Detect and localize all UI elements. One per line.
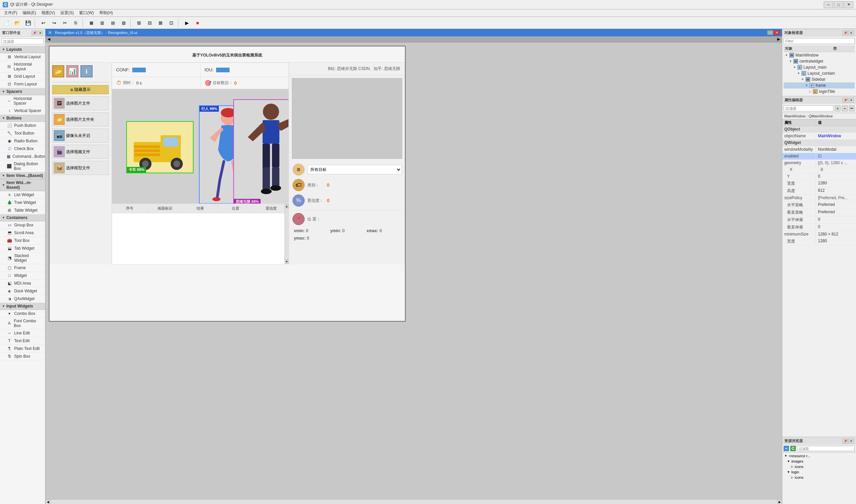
target-dropdown[interactable]: 所有目标 bbox=[307, 165, 402, 174]
toolbar-new[interactable]: 📄 bbox=[1, 18, 12, 28]
toolbar-align4[interactable]: ⊡ bbox=[166, 18, 176, 28]
category-input-widgets[interactable]: ▼ Input Widgets bbox=[0, 303, 45, 310]
oi-frame[interactable]: ▼ F frame bbox=[784, 83, 855, 89]
toolbar-undo[interactable]: ↩ bbox=[38, 18, 49, 28]
widget-widget[interactable]: □ Widget bbox=[0, 272, 45, 280]
rb-pin-btn[interactable]: 📌 bbox=[842, 439, 848, 444]
pe-close-btn[interactable]: ✕ bbox=[849, 98, 854, 103]
widget-tree-widget[interactable]: 🌲 Tree Widget bbox=[0, 199, 45, 206]
widget-table-widget[interactable]: ⊞ Table Widget bbox=[0, 206, 45, 214]
category-buttons[interactable]: ▼ Buttons bbox=[0, 115, 45, 122]
widget-text-edit[interactable]: T Text Edit bbox=[0, 337, 45, 345]
select-video-button[interactable]: 🎬 选择视频文件 bbox=[52, 145, 109, 159]
sub-window-minimize[interactable]: ─ bbox=[767, 30, 773, 35]
oi-logintitle[interactable]: ▷ L loginTitle bbox=[784, 89, 855, 94]
pe-row-height[interactable]: 高度 812 bbox=[782, 187, 856, 195]
widget-font-combo-box[interactable]: A Font Combo Box bbox=[0, 318, 45, 329]
widget-mdi-area[interactable]: ⬕ MDI Area bbox=[0, 280, 45, 287]
oi-filter-input[interactable] bbox=[784, 38, 855, 44]
toolbar-layout3[interactable]: ▤ bbox=[108, 18, 118, 28]
menu-settings[interactable]: 设置(S) bbox=[57, 10, 76, 17]
pe-row-y[interactable]: Y 0 bbox=[782, 173, 856, 180]
pe-row-minwidth[interactable]: 宽度 1280 bbox=[782, 238, 856, 245]
hide-show-button[interactable]: ≡ 隐藏显示 bbox=[52, 85, 109, 94]
widget-radio-button[interactable]: ◉ Radio Button bbox=[0, 137, 45, 145]
widget-command-button[interactable]: ▦ Command...Button bbox=[0, 153, 45, 161]
category-containers[interactable]: ▼ Containers bbox=[0, 214, 45, 221]
menu-file[interactable]: 文件(F) bbox=[1, 10, 20, 17]
widget-tab-widget[interactable]: ⬓ Tab Widget bbox=[0, 245, 45, 252]
hscroll-left[interactable]: ◀ bbox=[46, 500, 50, 504]
toolbar-align1[interactable]: ⊞ bbox=[134, 18, 144, 28]
pe-row-minsize[interactable]: minimumSize 1280 × 812 bbox=[782, 231, 856, 238]
oi-layout-main[interactable]: ▼ L Layout_main bbox=[784, 64, 855, 70]
pe-row-x[interactable]: X 0 bbox=[782, 166, 856, 173]
hscroll-track[interactable] bbox=[50, 500, 777, 504]
widget-scroll-area[interactable]: ⬒ Scroll Area bbox=[0, 229, 45, 237]
widget-dialog-button-box[interactable]: ⬛ Dialog Button Box bbox=[0, 161, 45, 172]
rb-login-icons[interactable]: ▷ icons bbox=[783, 475, 855, 480]
pe-pin-btn[interactable]: 📌 bbox=[842, 98, 848, 103]
pe-filter-input[interactable] bbox=[784, 105, 834, 111]
widget-dock-widget[interactable]: ⬖ Dock Widget bbox=[0, 287, 45, 295]
widget-qaxwidget[interactable]: ⬗ QAxWidget bbox=[0, 295, 45, 303]
widget-tool-box[interactable]: 🧰 Tool Box bbox=[0, 237, 45, 245]
toolbar-redo[interactable]: ↪ bbox=[49, 18, 59, 28]
sub-window-close[interactable]: ✕ bbox=[774, 30, 780, 35]
rb-close-btn[interactable]: ✕ bbox=[849, 439, 854, 444]
toolbar-align2[interactable]: ⊟ bbox=[145, 18, 155, 28]
widget-box-close[interactable]: ✕ bbox=[38, 31, 43, 35]
oi-close-btn[interactable]: ✕ bbox=[849, 31, 854, 35]
toolbar-cut[interactable]: ✂ bbox=[60, 18, 70, 28]
menu-help[interactable]: 帮助(H) bbox=[96, 10, 116, 17]
menu-edit[interactable]: 编辑(E) bbox=[20, 10, 39, 17]
toolbar-layout4[interactable]: ▧ bbox=[119, 18, 129, 28]
widget-vertical-spacer[interactable]: ↕ Vertical Spacer bbox=[0, 107, 45, 115]
widget-box-pin[interactable]: 📌 bbox=[32, 31, 37, 35]
results-scroll-down[interactable]: ▼ bbox=[285, 259, 288, 264]
camera-button[interactable]: 📷 摄像头未开启 bbox=[52, 128, 109, 143]
category-item-view[interactable]: ▼ Item View...(Based) bbox=[0, 172, 45, 179]
pe-row-geometry[interactable]: geometry [(0, 0), 1280 x ... bbox=[782, 160, 856, 166]
toolbar-stop[interactable]: ■ bbox=[193, 18, 203, 28]
rb-edit-btn[interactable]: ✏ bbox=[784, 446, 789, 451]
widget-filter-input[interactable] bbox=[1, 38, 44, 44]
widget-group-box[interactable]: ▭ Group Box bbox=[0, 221, 45, 229]
pe-edit-btn[interactable]: ✏ bbox=[849, 105, 855, 111]
menu-window[interactable]: 窗口(W) bbox=[76, 10, 96, 17]
widget-vertical-layout[interactable]: ⊞ Vertical Layout bbox=[0, 53, 45, 61]
select-model-button[interactable]: 📦 选择模型文件 bbox=[52, 161, 109, 175]
hscroll-right[interactable]: ▶ bbox=[777, 500, 782, 504]
pe-row-width[interactable]: 宽度 1280 bbox=[782, 180, 856, 187]
results-scroll-up[interactable]: ▲ bbox=[285, 204, 288, 208]
widget-frame[interactable]: ▢ Frame bbox=[0, 264, 45, 272]
pe-add-btn[interactable]: + bbox=[835, 105, 840, 111]
widget-plain-text-edit[interactable]: ¶ Plain Text Edit bbox=[0, 345, 45, 353]
oi-pin-btn[interactable]: 📌 bbox=[842, 31, 848, 35]
rb-filter-input[interactable] bbox=[797, 446, 855, 451]
rb-add-btn[interactable]: C bbox=[790, 446, 796, 451]
rb-images[interactable]: ▼ images bbox=[783, 458, 855, 464]
select-folder-button[interactable]: 📁 选择图片文件夹 bbox=[52, 112, 109, 126]
category-item-widget[interactable]: ▼ Item Wid...m-Based) bbox=[0, 179, 45, 191]
widget-tool-button[interactable]: 🔧 Tool Button bbox=[0, 129, 45, 137]
widget-check-box[interactable]: ☑ Check Box bbox=[0, 145, 45, 153]
minimize-button[interactable]: ─ bbox=[824, 1, 833, 8]
nav-right[interactable]: ▶ bbox=[775, 37, 782, 41]
oi-layout-contain[interactable]: ▼ L Layout_contain bbox=[784, 70, 855, 76]
widget-grid-layout[interactable]: ⊠ Grid Layout bbox=[0, 73, 45, 80]
pe-row-windowmodality[interactable]: windowModality NonModal bbox=[782, 146, 856, 153]
toolbar-copy[interactable]: ⎘ bbox=[71, 18, 81, 28]
oi-mainwindow[interactable]: ▼ W MainWindow bbox=[784, 52, 855, 58]
sidebar-icon2[interactable]: 📊 bbox=[66, 65, 78, 77]
oi-centralwidget[interactable]: ▼ W centralwidget bbox=[784, 58, 855, 64]
toolbar-save[interactable]: 💾 bbox=[23, 18, 33, 28]
widget-line-edit[interactable]: ─ Line Edit bbox=[0, 329, 45, 337]
maximize-button[interactable]: □ bbox=[834, 1, 843, 8]
toolbar-align3[interactable]: ⊠ bbox=[156, 18, 166, 28]
widget-combo-box[interactable]: ▾ Combo Box bbox=[0, 310, 45, 318]
pe-row-sizepolicy[interactable]: sizePolicy [Preferred, Pre... bbox=[782, 195, 856, 201]
toolbar-layout1[interactable]: ▦ bbox=[86, 18, 96, 28]
select-image-button[interactable]: 🖼 选择图片文件 bbox=[52, 96, 109, 110]
pe-remove-btn[interactable]: − bbox=[842, 105, 848, 111]
